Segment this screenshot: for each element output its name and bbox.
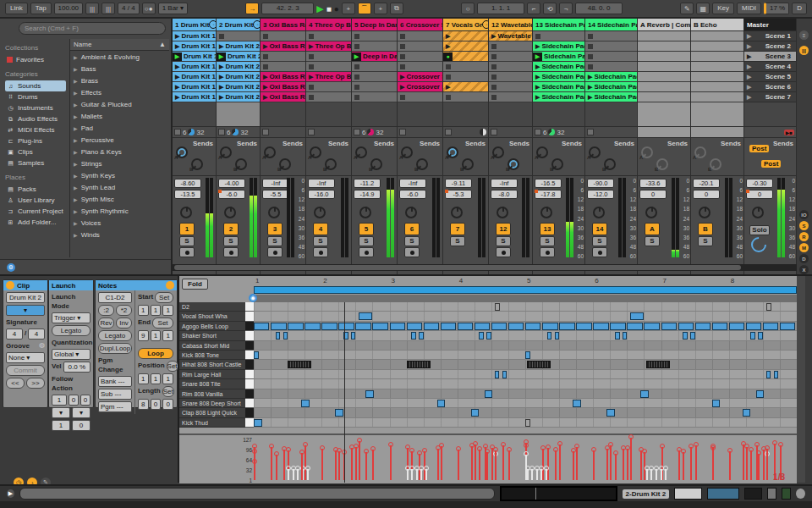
position-set-button[interactable]: Set — [167, 361, 178, 372]
loop-toggle-button[interactable]: Loop — [138, 348, 173, 359]
reverse-button[interactable]: Rev — [98, 318, 114, 329]
clip-stop-icon[interactable] — [491, 75, 497, 80]
midi-note[interactable] — [729, 323, 744, 330]
track-activator-button[interactable]: 3 — [267, 223, 283, 235]
nudge-back-button[interactable]: << — [6, 378, 25, 389]
clip-stop-slot[interactable] — [261, 62, 305, 72]
solo-button[interactable]: S — [359, 236, 374, 246]
track-header[interactable]: 13 Sidechain Pad — [533, 19, 584, 31]
pan-knob[interactable] — [268, 207, 280, 218]
clip-stop-icon[interactable] — [446, 95, 451, 100]
clip-launch-icon[interactable]: ▶ — [309, 43, 313, 50]
loop-switch-icon[interactable]: ⟲ — [543, 3, 557, 14]
note-grid-row[interactable] — [254, 399, 797, 408]
velocity-stem[interactable] — [606, 449, 608, 480]
clip-slot[interactable]: ▶Drum Kit 1 — [173, 82, 216, 92]
computer-midi-keyboard-icon[interactable]: ▦ — [696, 3, 710, 14]
midi-note[interactable] — [458, 323, 473, 330]
clip-stop-button[interactable] — [535, 129, 541, 135]
clip-stop-slot[interactable] — [352, 82, 397, 92]
clip-stop-slot[interactable] — [585, 62, 637, 72]
midi-note[interactable] — [271, 323, 286, 330]
midi-note[interactable] — [407, 323, 422, 330]
midi-note[interactable] — [750, 332, 755, 340]
midi-map-button[interactable]: MIDI — [737, 3, 761, 14]
pgm-select[interactable]: Pgm --- — [98, 401, 132, 412]
scene-row[interactable]: ▶Scene 6 — [744, 82, 796, 92]
volume-field[interactable]: 0 — [639, 190, 667, 199]
track-header[interactable]: 7 Vocals Gr◦ — [443, 19, 488, 31]
search-input[interactable]: Search (Cmd + F) — [19, 22, 166, 35]
midi-note[interactable] — [630, 312, 644, 320]
clip-stop-slot[interactable] — [352, 92, 397, 102]
scene-row[interactable]: ▶Scene 1 — [744, 31, 796, 41]
arm-button[interactable] — [179, 247, 195, 257]
fa-field2[interactable]: 0 — [69, 395, 79, 406]
clip-slot[interactable]: ▶ — [443, 31, 488, 41]
clip-stop-icon[interactable] — [400, 34, 405, 39]
device-thumbnail-sliders[interactable] — [767, 488, 776, 500]
clip-stop-slot[interactable] — [306, 62, 351, 72]
midi-note[interactable] — [555, 332, 560, 340]
peak-level-field[interactable]: -Inf — [399, 179, 426, 188]
clip-stop-icon[interactable] — [400, 44, 405, 49]
fa-field3[interactable]: 0 — [80, 395, 91, 406]
velocity-stem[interactable] — [338, 451, 340, 480]
draw-mode-icon[interactable]: ✎ — [680, 3, 694, 14]
velocity-stem[interactable] — [321, 449, 323, 480]
clip-slot[interactable]: ▶Sidechain Pad — [585, 72, 637, 82]
midi-note[interactable] — [695, 323, 710, 330]
key-cell[interactable] — [245, 312, 254, 321]
clip-stop-icon[interactable] — [400, 95, 405, 100]
clip-slot[interactable]: ▶Sidechain Pad — [585, 92, 637, 102]
list-item[interactable]: ▶Ambient & Evolving — [70, 51, 169, 63]
clip-launch-icon[interactable]: ▶ — [588, 94, 592, 101]
mixer-toggle-io[interactable]: IO — [799, 210, 809, 219]
clip-stop-icon[interactable] — [446, 64, 451, 69]
clip-slot[interactable]: ▶Drum Kit 2 — [217, 82, 260, 92]
fa-select-b[interactable]: ▾ — [72, 407, 91, 418]
velocity-stem[interactable] — [485, 447, 486, 480]
clip-stop-icon[interactable] — [354, 34, 359, 39]
clip-launch-icon[interactable]: ▶ — [491, 33, 496, 40]
clip-stop-slot[interactable] — [489, 41, 532, 52]
clip-stop-icon[interactable] — [354, 75, 359, 80]
drum-row-label[interactable]: D2 — [179, 302, 245, 312]
velocity-stem[interactable] — [640, 450, 642, 480]
clip-stop-slot[interactable] — [533, 31, 584, 41]
pan-knob[interactable] — [497, 207, 508, 218]
velocity-stem[interactable] — [254, 462, 255, 480]
clip-slot[interactable]: ▶Drum Kit 2 — [217, 72, 260, 82]
key-map-button[interactable]: Key — [712, 3, 734, 14]
expand-triangle-icon[interactable]: ▶ — [74, 197, 78, 202]
track-activator-button[interactable]: 7 — [450, 223, 465, 235]
stop-button[interactable]: ■ — [326, 4, 332, 14]
expand-triangle-icon[interactable]: ▶ — [74, 138, 78, 143]
velocity-stem[interactable] — [479, 450, 480, 480]
peak-level-field[interactable]: -8.60 — [174, 179, 201, 188]
clip-stop-icon[interactable] — [491, 64, 497, 69]
clip-stop-slot[interactable] — [306, 52, 351, 62]
scrub-area[interactable]: ◉ — [254, 295, 797, 302]
fa-bar-field[interactable]: 1 — [52, 395, 67, 406]
mixer-toggle-s[interactable]: S — [799, 221, 809, 230]
reenable-automation-icon[interactable]: + — [374, 3, 387, 14]
midi-note[interactable] — [547, 332, 552, 340]
clip-stop-icon[interactable] — [588, 34, 593, 39]
expand-triangle-icon[interactable]: ▶ — [74, 221, 78, 226]
clip-stop-button[interactable] — [308, 129, 315, 135]
clip-stop-icon[interactable] — [309, 54, 314, 59]
velocity-stem[interactable] — [411, 469, 413, 480]
clip-slot[interactable]: ▶Drum Kit 1 — [173, 31, 216, 41]
launch-mode-select[interactable]: Trigger ▾ — [52, 312, 91, 323]
track-activator-button[interactable]: 13 — [540, 223, 555, 235]
sidebar-item-current-project[interactable]: ⊐Current Project — [5, 206, 66, 217]
clip-stop-button[interactable] — [218, 129, 225, 135]
clip-launch-icon[interactable]: ▶ — [175, 84, 179, 91]
device-thumbnail-small[interactable] — [782, 488, 791, 500]
midi-note[interactable] — [475, 323, 490, 330]
clip-slot[interactable]: ▶Oxi Bass Rack — [261, 41, 305, 52]
list-item[interactable]: ▶Bass — [70, 63, 169, 75]
note-grid-row[interactable] — [254, 322, 797, 331]
track-header[interactable]: A Reverb | Compre — [638, 19, 690, 31]
